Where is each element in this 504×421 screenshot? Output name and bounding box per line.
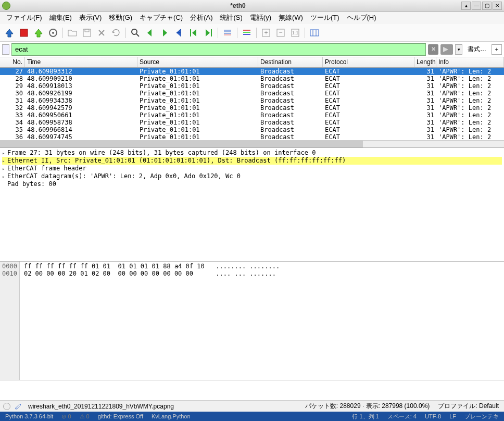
resize-columns-button[interactable] — [308, 27, 321, 39]
save-button[interactable] — [81, 27, 93, 39]
roll-up-button[interactable]: ▴ — [461, 2, 471, 10]
auto-scroll-button[interactable] — [221, 27, 234, 39]
menu-file[interactable]: ファイル(F) — [3, 12, 45, 23]
close-button[interactable]: ✕ — [493, 2, 502, 10]
menu-analyze[interactable]: 分析(A) — [187, 12, 216, 23]
svg-rect-22 — [310, 30, 319, 36]
packet-list-body[interactable]: 2748.609893312Private_01:01:01BroadcastE… — [0, 68, 504, 140]
packet-list-hscroll[interactable] — [0, 140, 504, 147]
language-mode-ext[interactable]: KvLang.Python — [149, 413, 193, 419]
detail-row[interactable]: ▸EtherCAT frame header — [2, 165, 502, 172]
encoding[interactable]: UTF-8 — [423, 413, 443, 419]
reload-button[interactable] — [110, 27, 122, 39]
menu-tools[interactable]: ツール(T) — [307, 12, 343, 23]
table-row[interactable]: 3348.609950661Private_01:01:01BroadcastE… — [0, 112, 504, 119]
start-capture-button[interactable] — [3, 27, 16, 39]
python-version[interactable]: Python 3.7.3 64-bit — [3, 413, 55, 419]
menu-telephony[interactable]: 電話(y) — [247, 12, 274, 23]
statusbar: wireshark_eth0_20191211221809_hVbWMY.pca… — [0, 400, 504, 412]
table-row[interactable]: 3548.609966814Private_01:01:01BroadcastE… — [0, 126, 504, 133]
col-info[interactable]: Info — [436, 57, 504, 67]
detail-row[interactable]: ▸EtherCAT datagram(s): 'APWR': Len: 2, A… — [2, 172, 502, 180]
menu-capture[interactable]: キャプチャ(C) — [136, 12, 186, 23]
svg-point-2 — [52, 32, 54, 34]
menu-statistics[interactable]: 統計(S) — [217, 12, 245, 23]
status-packets[interactable]: パケット数: 288029 · 表示: 287998 (100.0%) — [303, 402, 432, 411]
go-last-button[interactable] — [202, 27, 215, 39]
svg-rect-3 — [83, 29, 91, 36]
menubar: ファイル(F) 編集(E) 表示(V) 移動(G) キャプチャ(C) 分析(A)… — [0, 11, 504, 24]
menu-go[interactable]: 移動(G) — [106, 12, 135, 23]
minimize-button[interactable]: — — [472, 2, 481, 10]
detail-row[interactable]: Pad bytes: 00 — [2, 180, 502, 188]
hex-offsets: 00000010 — [0, 262, 20, 380]
edit-capture-comment-button[interactable] — [15, 403, 22, 410]
stop-capture-button[interactable] — [18, 27, 30, 39]
svg-point-5 — [132, 29, 137, 34]
table-row[interactable]: 2848.609909210Private_01:01:01BroadcastE… — [0, 75, 504, 82]
filter-bookmark-button[interactable] — [2, 44, 9, 55]
col-source[interactable]: Source — [137, 57, 258, 67]
problems-warnings[interactable]: ⚠ 0 — [78, 413, 92, 420]
filter-history-dropdown[interactable]: ▾ — [455, 44, 462, 55]
col-length[interactable]: Length — [414, 57, 436, 67]
go-forward-button[interactable] — [158, 27, 171, 39]
language-mode[interactable]: プレーンテキ — [462, 413, 501, 420]
svg-rect-7 — [190, 29, 191, 36]
go-first-button[interactable] — [187, 27, 200, 39]
table-row[interactable]: 3248.609942579Private_01:01:01BroadcastE… — [0, 104, 504, 112]
indentation[interactable]: スペース: 4 — [385, 413, 419, 420]
detail-row[interactable]: ▸Ethernet II, Src: Private_01:01:01 (01:… — [2, 157, 502, 165]
cursor-position[interactable]: 行 1、列 1 — [350, 413, 381, 420]
zoom-reset-button[interactable]: 1:1 — [289, 27, 301, 39]
svg-line-6 — [136, 34, 139, 36]
table-row[interactable]: 3648.609974745Private_01:01:01BroadcastE… — [0, 133, 504, 140]
table-row[interactable]: 3448.609958738Private_01:01:01BroadcastE… — [0, 119, 504, 126]
find-button[interactable] — [129, 27, 142, 39]
table-row[interactable]: 3148.609934338Private_01:01:01BroadcastE… — [0, 97, 504, 104]
status-filename[interactable]: wireshark_eth0_20191211221809_hVbWMY.pca… — [26, 403, 299, 410]
go-back-button[interactable] — [144, 27, 156, 39]
colorize-button[interactable] — [241, 27, 253, 39]
githd-status[interactable]: githd: Express Off — [96, 413, 145, 419]
table-row[interactable]: 3048.609926199Private_01:01:01BroadcastE… — [0, 90, 504, 97]
add-filter-button[interactable]: + — [492, 44, 502, 55]
menu-view[interactable]: 表示(V) — [76, 12, 105, 23]
table-row[interactable]: 2748.609893312Private_01:01:01BroadcastE… — [0, 68, 504, 75]
restart-capture-button[interactable] — [32, 27, 45, 39]
maximize-button[interactable]: ▢ — [482, 2, 492, 10]
menu-wireless[interactable]: 無線(W) — [275, 12, 306, 23]
menu-help[interactable]: ヘルプ(H) — [344, 12, 380, 23]
menu-edit[interactable]: 編集(E) — [46, 12, 75, 23]
col-protocol[interactable]: Protocol — [323, 57, 414, 67]
blank-area — [0, 380, 504, 400]
svg-text:+: + — [264, 29, 268, 36]
detail-row[interactable]: ▸Frame 27: 31 bytes on wire (248 bits), … — [2, 149, 502, 157]
go-to-packet-button[interactable] — [173, 27, 185, 39]
display-filter-input[interactable] — [11, 43, 426, 56]
packet-list-header: No. Time Source Destination Protocol Len… — [0, 57, 504, 68]
packet-details[interactable]: ▸Frame 27: 31 bytes on wire (248 bits), … — [0, 148, 504, 262]
capture-options-button[interactable] — [47, 27, 59, 39]
problems-errors[interactable]: ⊘ 0 — [59, 413, 73, 420]
clear-filter-button[interactable]: ✕ — [428, 44, 438, 55]
svg-rect-8 — [211, 29, 212, 36]
expert-info-button[interactable] — [3, 403, 10, 410]
col-no[interactable]: No. — [0, 57, 25, 67]
close-file-button[interactable] — [95, 27, 108, 39]
eol[interactable]: LF — [447, 413, 458, 419]
filter-bar: ✕ ▾ 書式… + — [0, 42, 504, 57]
zoom-in-button[interactable]: + — [260, 27, 272, 39]
open-file-button[interactable] — [66, 27, 79, 39]
status-profile[interactable]: プロファイル: Default — [436, 402, 501, 411]
col-time[interactable]: Time — [25, 57, 137, 67]
apply-filter-button[interactable] — [440, 44, 453, 55]
table-row[interactable]: 2948.609918013Private_01:01:01BroadcastE… — [0, 82, 504, 90]
zoom-out-button[interactable]: − — [274, 27, 287, 39]
window-title: *eth0 — [15, 2, 461, 9]
app-icon — [2, 2, 10, 10]
packet-bytes[interactable]: 00000010 ff ff ff ff ff ff 01 01 01 01 0… — [0, 262, 504, 380]
packet-list: No. Time Source Destination Protocol Len… — [0, 57, 504, 148]
col-destination[interactable]: Destination — [258, 57, 323, 67]
expression-button[interactable]: 書式… — [464, 45, 489, 54]
